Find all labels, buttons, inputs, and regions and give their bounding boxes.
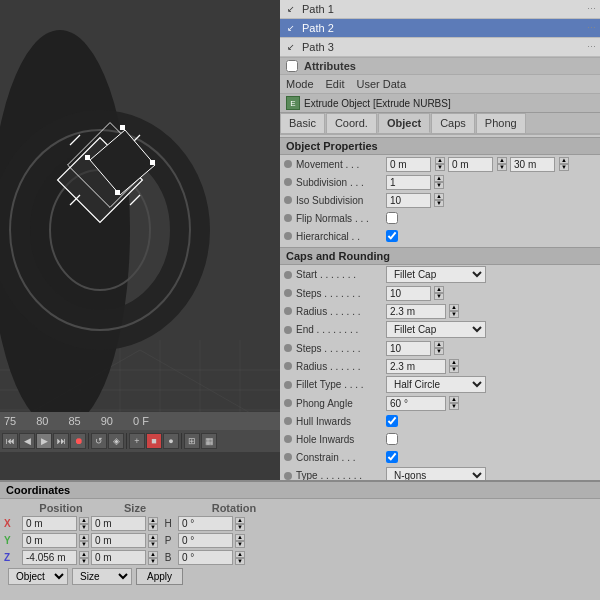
sy-up[interactable]: ▲ (148, 534, 158, 541)
constrain-checkbox[interactable] (386, 451, 398, 463)
pos-y-spinner[interactable]: ▲▼ (79, 534, 89, 548)
pos-y-input[interactable] (22, 533, 77, 548)
s2-up[interactable]: ▲ (434, 341, 444, 348)
type-dropdown[interactable]: N-gons (386, 467, 486, 480)
add-btn[interactable]: + (129, 433, 145, 449)
path-item-2[interactable]: ↙ Path 2 ⋯ (280, 19, 600, 38)
movement-z-spinner[interactable]: ▲▼ (559, 157, 569, 171)
movement-x-spinner[interactable]: ▲▼ (435, 157, 445, 171)
object-select[interactable]: Object (8, 568, 68, 585)
movement-y-spinner[interactable]: ▲▼ (497, 157, 507, 171)
pos-x-input[interactable] (22, 516, 77, 531)
px-up[interactable]: ▲ (79, 517, 89, 524)
rh-down[interactable]: ▼ (235, 524, 245, 531)
menu-mode[interactable]: Mode (286, 78, 314, 90)
rot-p-input[interactable] (178, 533, 233, 548)
hole-inwards-checkbox[interactable] (386, 433, 398, 445)
sz-up[interactable]: ▲ (148, 551, 158, 558)
pos-z-spinner[interactable]: ▲▼ (79, 551, 89, 565)
size-select[interactable]: Size (72, 568, 132, 585)
fillet-type-dropdown[interactable]: Half Circle (386, 376, 486, 393)
rp-down[interactable]: ▼ (235, 541, 245, 548)
prev-frame-btn[interactable]: ⏮ (2, 433, 18, 449)
sub-spin-up[interactable]: ▲ (434, 175, 444, 182)
iso-spin-up[interactable]: ▲ (434, 193, 444, 200)
movement-x-input[interactable] (386, 157, 431, 172)
spin-up[interactable]: ▲ (435, 157, 445, 164)
menu-userdata[interactable]: User Data (357, 78, 407, 90)
py-up[interactable]: ▲ (79, 534, 89, 541)
py-down[interactable]: ▼ (79, 541, 89, 548)
hierarchical-checkbox[interactable] (386, 230, 398, 242)
hull-inwards-checkbox[interactable] (386, 415, 398, 427)
attr-enabled-checkbox[interactable] (286, 60, 298, 72)
steps1-spinner[interactable]: ▲▼ (434, 286, 444, 300)
path-item-1[interactable]: ↙ Path 1 ⋯ (280, 0, 600, 19)
play-btn[interactable]: ▶ (36, 433, 52, 449)
spin-up-2[interactable]: ▲ (497, 157, 507, 164)
record-btn[interactable]: ⏺ (70, 433, 86, 449)
flip-normals-checkbox[interactable] (386, 212, 398, 224)
start-dropdown[interactable]: Fillet Cap (386, 266, 486, 283)
subdivision-input[interactable] (386, 175, 431, 190)
play-back-btn[interactable]: ◀ (19, 433, 35, 449)
steps2-spinner[interactable]: ▲▼ (434, 341, 444, 355)
iso-spin-down[interactable]: ▼ (434, 200, 444, 207)
key-btn[interactable]: ◈ (108, 433, 124, 449)
r1-down[interactable]: ▼ (449, 311, 459, 318)
px-down[interactable]: ▼ (79, 524, 89, 531)
ph-down[interactable]: ▼ (449, 403, 459, 410)
path-item-3[interactable]: ↙ Path 3 ⋯ (280, 38, 600, 57)
r2-up[interactable]: ▲ (449, 359, 459, 366)
rot-h-input[interactable] (178, 516, 233, 531)
spin-down-2[interactable]: ▼ (497, 164, 507, 171)
steps1-input[interactable] (386, 286, 431, 301)
radius2-input[interactable] (386, 359, 446, 374)
rot-b-input[interactable] (178, 550, 233, 565)
sz-down[interactable]: ▼ (148, 558, 158, 565)
pos-z-input[interactable] (22, 550, 77, 565)
size-z-input[interactable] (91, 550, 146, 565)
size-z-spinner[interactable]: ▲▼ (148, 551, 158, 565)
sy-down[interactable]: ▼ (148, 541, 158, 548)
rh-up[interactable]: ▲ (235, 517, 245, 524)
tab-coord[interactable]: Coord. (326, 113, 377, 133)
iso-subdivision-input[interactable] (386, 193, 431, 208)
viewport[interactable]: 75 80 85 90 0 F ⏮ ◀ ▶ ⏭ ⏺ ↺ ◈ + ■ ● (0, 0, 280, 480)
tab-caps[interactable]: Caps (431, 113, 475, 133)
pz-up[interactable]: ▲ (79, 551, 89, 558)
rb-down[interactable]: ▼ (235, 558, 245, 565)
rp-up[interactable]: ▲ (235, 534, 245, 541)
s1-down[interactable]: ▼ (434, 293, 444, 300)
rot-h-spinner[interactable]: ▲▼ (235, 517, 245, 531)
spin-down[interactable]: ▼ (435, 164, 445, 171)
movement-z-input[interactable] (510, 157, 555, 172)
r1-up[interactable]: ▲ (449, 304, 459, 311)
rot-b-spinner[interactable]: ▲▼ (235, 551, 245, 565)
tab-object[interactable]: Object (378, 113, 430, 133)
spin-down-3[interactable]: ▼ (559, 164, 569, 171)
rb-up[interactable]: ▲ (235, 551, 245, 558)
r2-down[interactable]: ▼ (449, 366, 459, 373)
ph-up[interactable]: ▲ (449, 396, 459, 403)
size-y-spinner[interactable]: ▲▼ (148, 534, 158, 548)
phong-angle-input[interactable] (386, 396, 446, 411)
render-btn[interactable]: ▦ (201, 433, 217, 449)
grid-btn[interactable]: ⊞ (184, 433, 200, 449)
size-x-input[interactable] (91, 516, 146, 531)
end-dropdown[interactable]: Fillet Cap (386, 321, 486, 338)
size-y-input[interactable] (91, 533, 146, 548)
sx-down[interactable]: ▼ (148, 524, 158, 531)
pos-x-spinner[interactable]: ▲▼ (79, 517, 89, 531)
iso-spinner[interactable]: ▲▼ (434, 193, 444, 207)
spin-up-3[interactable]: ▲ (559, 157, 569, 164)
sub-spin-down[interactable]: ▼ (434, 182, 444, 189)
tab-phong[interactable]: Phong (476, 113, 526, 133)
radius1-spinner[interactable]: ▲▼ (449, 304, 459, 318)
subdivision-spinner[interactable]: ▲▼ (434, 175, 444, 189)
stop-btn[interactable]: ■ (146, 433, 162, 449)
play-fwd-btn[interactable]: ⏭ (53, 433, 69, 449)
sx-up[interactable]: ▲ (148, 517, 158, 524)
radius1-input[interactable] (386, 304, 446, 319)
apply-button[interactable]: Apply (136, 568, 183, 585)
